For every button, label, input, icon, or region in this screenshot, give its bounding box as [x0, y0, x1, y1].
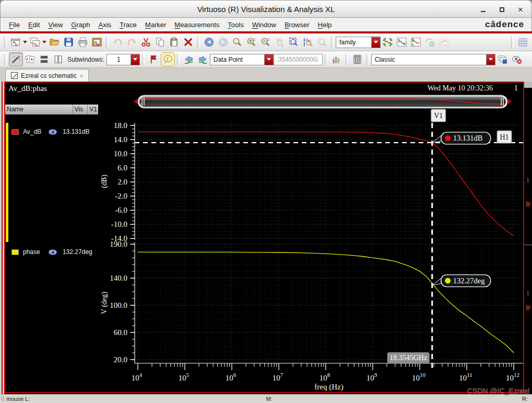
tab-close-icon[interactable]: ×: [80, 73, 83, 79]
fit-x-icon[interactable]: [395, 35, 409, 49]
menu-edit[interactable]: Edit: [24, 19, 44, 30]
family-combo[interactable]: family: [336, 37, 381, 48]
menu-trace[interactable]: Trace: [115, 19, 141, 30]
trace-name: phase: [23, 248, 48, 256]
style-combo-arrow-icon[interactable]: [486, 54, 495, 65]
new-window-dropdown[interactable]: [22, 35, 28, 49]
svg-text:132.27deg: 132.27deg: [453, 277, 485, 285]
refresh-trace-icon[interactable]: [437, 35, 451, 49]
zoom-out-full-icon[interactable]: [315, 35, 329, 49]
menu-measurements[interactable]: Measurements: [170, 19, 223, 30]
family-combo-arrow-icon[interactable]: [371, 37, 380, 48]
open-icon[interactable]: [48, 35, 62, 49]
save-icon[interactable]: [62, 35, 76, 49]
svg-text:104: 104: [132, 372, 143, 382]
svg-text:10.0: 10.0: [114, 149, 127, 158]
visibility-eye-icon[interactable]: [48, 129, 60, 135]
menu-window[interactable]: Window: [248, 19, 280, 30]
new-subwindow-dropdown[interactable]: [41, 35, 48, 49]
trace-color-swatch: [11, 249, 19, 255]
trace-marker-value: 13.131dB: [63, 128, 89, 135]
svg-text:freq (Hz): freq (Hz): [314, 383, 343, 392]
label-balloon-icon[interactable]: i: [161, 52, 175, 66]
legend-col-name: Name: [5, 105, 73, 114]
zoom-out-icon[interactable]: 2: [258, 35, 273, 49]
datapoint-combo[interactable]: Data Point: [210, 54, 274, 65]
svg-text:108: 108: [320, 372, 330, 382]
menu-graph[interactable]: Graph: [67, 19, 94, 30]
export-image-icon[interactable]: [90, 35, 104, 49]
svg-text:-10.0: -10.0: [111, 220, 127, 228]
save-style-icon[interactable]: [495, 52, 510, 66]
redo-icon[interactable]: [125, 35, 139, 49]
tab-ezreal-cs-schematic[interactable]: Ezreal cs schematic ×: [5, 69, 89, 82]
zoom-in-icon[interactable]: 2: [244, 35, 258, 49]
minimize-button[interactable]: [477, 4, 489, 15]
split-horizontal-icon[interactable]: [37, 52, 51, 66]
titlebar: Virtuoso (R) Visualization & Analysis XL…: [0, 0, 532, 18]
split-vertical-icon[interactable]: [51, 52, 65, 66]
paste-icon[interactable]: [167, 35, 181, 49]
datapoint-combo-arrow-icon[interactable]: [264, 54, 273, 65]
style-combo[interactable]: Classic: [371, 54, 495, 65]
zoom-icon[interactable]: [230, 35, 244, 49]
zoom-fit-icon[interactable]: [287, 35, 301, 49]
trace-marker-value: 132.27deg: [63, 248, 92, 256]
add-trace-icon[interactable]: [423, 35, 437, 49]
visibility-eye-icon[interactable]: [48, 249, 60, 256]
statusbar: mouse L: M: R:: [0, 394, 532, 403]
delete-icon[interactable]: [181, 35, 195, 49]
slider-right-arrow-icon: [508, 99, 512, 104]
fit-y-icon[interactable]: [409, 35, 423, 49]
new-window-button[interactable]: [9, 35, 23, 49]
svg-text:105: 105: [179, 372, 190, 382]
menu-tools[interactable]: Tools: [223, 19, 247, 30]
menu-view[interactable]: View: [44, 19, 67, 30]
fit-traces-icon[interactable]: [381, 35, 395, 49]
strip-indicator-bar[interactable]: [6, 123, 8, 242]
histogram-icon[interactable]: [329, 52, 344, 66]
undo-icon[interactable]: [111, 35, 125, 49]
svg-text:107: 107: [273, 372, 283, 382]
maximize-button[interactable]: [496, 4, 507, 15]
menu-axis[interactable]: Axis: [94, 19, 115, 30]
datapoint-combo-value: Data Point: [210, 56, 264, 63]
calculator-icon[interactable]: [350, 52, 364, 66]
copy-icon[interactable]: [153, 35, 167, 49]
table-grid-icon[interactable]: [516, 35, 530, 49]
new-subwindow-button[interactable]: [28, 35, 42, 49]
wand-icon[interactable]: [9, 52, 23, 66]
legend-row-av-db[interactable]: Av_dB 13.131dB: [5, 126, 102, 137]
hide-labels-icon[interactable]: [510, 52, 524, 66]
forward-icon[interactable]: [216, 35, 230, 49]
background-window-right-sliver: 1 )p 1 )p: [524, 82, 532, 394]
cut-icon[interactable]: [139, 35, 153, 49]
print-icon[interactable]: [76, 35, 90, 49]
menu-browser[interactable]: Browser: [280, 19, 314, 30]
menu-marker[interactable]: Marker: [141, 19, 170, 30]
datapoint-value-field[interactable]: .3545000000G: [274, 54, 323, 65]
svg-text:-2.0: -2.0: [115, 192, 127, 200]
background-window-left-sliver: [0, 82, 4, 394]
watermark: CSDN @IC_Ezreal: [467, 387, 529, 395]
subwindows-spinner[interactable]: 1: [107, 54, 140, 65]
prev-point-icon[interactable]: [182, 52, 196, 66]
x-range-slider[interactable]: [134, 95, 512, 109]
style-combo-value: Classic: [372, 56, 486, 63]
legend-row-phase[interactable]: phase 132.27deg: [5, 247, 102, 257]
next-point-icon[interactable]: [196, 52, 210, 66]
svg-text:13.131dB: 13.131dB: [453, 134, 483, 142]
tabbar: Ezreal cs schematic ×: [0, 68, 532, 82]
back-icon[interactable]: [202, 35, 216, 49]
graph-window: 18.014.010.06.02.0-2.0-6.0-10.0-14.0(dB)…: [4, 82, 524, 393]
close-button[interactable]: ✕: [515, 4, 526, 15]
svg-text:106: 106: [226, 372, 237, 382]
menu-help[interactable]: Help: [314, 19, 336, 30]
cards-icon[interactable]: [23, 52, 37, 66]
workspace: 18.014.010.06.02.0-2.0-6.0-10.0-14.0(dB)…: [0, 82, 532, 394]
zoom-y-icon[interactable]: [301, 35, 315, 49]
menu-file[interactable]: File: [5, 19, 24, 30]
zoom-transient-icon[interactable]: [273, 35, 287, 49]
flag-icon[interactable]: [147, 52, 161, 66]
subwindows-arrow-icon[interactable]: [131, 54, 139, 65]
